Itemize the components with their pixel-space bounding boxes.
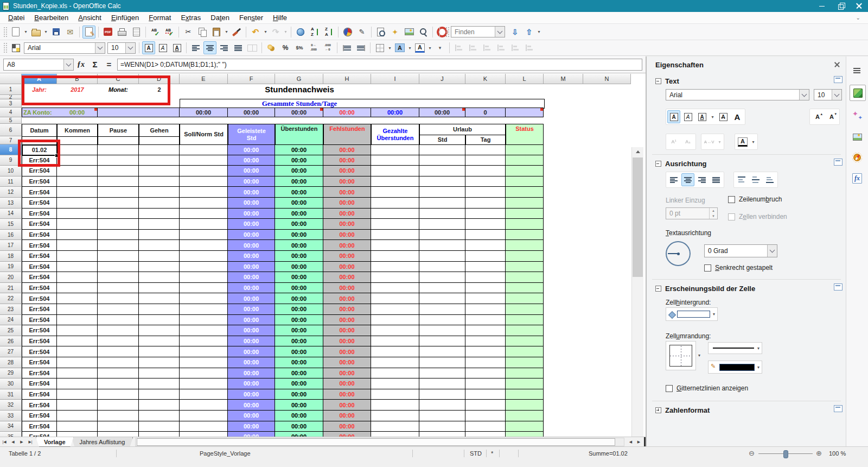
cell-J31[interactable]: [419, 389, 465, 400]
cell-I22[interactable]: [371, 293, 419, 304]
sum-button[interactable]: Σ: [88, 58, 102, 71]
cell-D31[interactable]: [139, 389, 180, 400]
menu-hilfe[interactable]: Hilfe: [268, 12, 292, 23]
cell-G18[interactable]: 00:00: [275, 251, 323, 262]
cell-F33[interactable]: 00:00: [228, 411, 275, 421]
cell-B33[interactable]: [57, 411, 98, 421]
cell-I30[interactable]: [371, 378, 419, 389]
save-button[interactable]: [49, 26, 62, 39]
cell-D21[interactable]: [139, 283, 180, 294]
cell-F13[interactable]: 00:00: [228, 198, 275, 209]
cell-J26[interactable]: [419, 336, 465, 347]
cell-I34[interactable]: [371, 421, 419, 432]
edit-mode-button[interactable]: [82, 26, 95, 39]
cell-C28[interactable]: [98, 357, 139, 368]
cell-G28[interactable]: 00:00: [275, 357, 323, 368]
row-header-9[interactable]: 9: [0, 155, 22, 166]
cell-L18[interactable]: [506, 251, 544, 262]
cell-C11[interactable]: [98, 176, 139, 187]
cell-I35[interactable]: [371, 432, 419, 437]
cell-G11[interactable]: 00:00: [275, 176, 323, 187]
header-ueberstunden[interactable]: Überstunden: [275, 124, 323, 145]
cell-H24[interactable]: 00:00: [323, 315, 371, 326]
cell-C26[interactable]: [98, 336, 139, 347]
cell-J14[interactable]: [419, 209, 465, 219]
cell-B24[interactable]: [57, 315, 98, 326]
row-header-31[interactable]: 31: [0, 389, 22, 400]
cell-K10[interactable]: [465, 166, 506, 176]
background-color-button[interactable]: [393, 41, 406, 54]
number-format-dialog-launcher-icon[interactable]: [834, 405, 843, 412]
align-center-button[interactable]: [203, 41, 216, 54]
cell-E26[interactable]: [180, 336, 228, 347]
zoom-button[interactable]: [417, 26, 430, 39]
cell-C13[interactable]: [98, 198, 139, 209]
toolbar-grip[interactable]: [3, 27, 7, 37]
cell-A24[interactable]: Err:504: [22, 315, 57, 326]
cell-K18[interactable]: [465, 251, 506, 262]
borders-dropdown[interactable]: ▾: [387, 41, 393, 54]
cell-I14[interactable]: [371, 209, 419, 219]
grid-corner-box[interactable]: [0, 74, 22, 84]
cell-J25[interactable]: [419, 325, 465, 336]
cell-B10[interactable]: [57, 166, 98, 176]
cell-L27[interactable]: [506, 346, 544, 357]
row-header-11[interactable]: 11: [0, 176, 22, 187]
find-dropdown[interactable]: [495, 27, 505, 37]
cell-I9[interactable]: [371, 155, 419, 166]
orientation-dial[interactable]: [666, 241, 691, 266]
row-header-34[interactable]: 34: [0, 421, 22, 432]
font-name-combo[interactable]: Arial: [24, 42, 105, 54]
cell-D24[interactable]: [139, 315, 180, 326]
cell-B7[interactable]: [57, 136, 98, 145]
cell-G10[interactable]: 00:00: [275, 166, 323, 176]
zoom-out-button[interactable]: ⊖: [749, 449, 755, 457]
cell-J34[interactable]: [419, 421, 465, 432]
border-line-color-picker[interactable]: ▾: [708, 361, 762, 374]
cell-A27[interactable]: Err:504: [22, 346, 57, 357]
sort-ascending-button[interactable]: [308, 26, 321, 39]
row-header-13[interactable]: 13: [0, 198, 22, 209]
cell-C15[interactable]: [98, 219, 139, 230]
cell-B12[interactable]: [57, 187, 98, 198]
header-geleistete-std[interactable]: Geleistete Std: [228, 124, 275, 145]
cell-D12[interactable]: [139, 187, 180, 198]
align-bottom-button[interactable]: [763, 173, 776, 186]
cell-D25[interactable]: [139, 325, 180, 336]
cell-E4[interactable]: 00:00: [180, 108, 228, 117]
cell-C34[interactable]: [98, 421, 139, 432]
section-number-format[interactable]: Zahlenformat: [655, 406, 710, 414]
cell-B27[interactable]: [57, 346, 98, 357]
cell-B17[interactable]: [57, 240, 98, 251]
cell-J22[interactable]: [419, 293, 465, 304]
cell-I12[interactable]: [371, 187, 419, 198]
name-box[interactable]: A8: [3, 59, 74, 71]
show-draw-functions-button[interactable]: [355, 26, 368, 39]
cell-K19[interactable]: [465, 262, 506, 273]
cell-H25[interactable]: 00:00: [323, 325, 371, 336]
cell-D30[interactable]: [139, 378, 180, 389]
cell-A17[interactable]: Err:504: [22, 240, 57, 251]
cell-D35[interactable]: [139, 432, 180, 437]
cell-L29[interactable]: [506, 368, 544, 379]
format-paintbrush-button[interactable]: [230, 26, 243, 39]
align-center-button[interactable]: [681, 173, 694, 186]
formatting-toolbar-grip[interactable]: [3, 42, 7, 53]
cell-B15[interactable]: [57, 219, 98, 230]
menu-bearbeiten[interactable]: Bearbeiten: [29, 12, 73, 23]
section-cell-appearance[interactable]: Erscheinungsbild der Zelle: [655, 285, 755, 293]
cell-J13[interactable]: [419, 198, 465, 209]
sidebar-font-color-dropdown[interactable]: ▾: [750, 135, 756, 148]
cell-H27[interactable]: 00:00: [323, 346, 371, 357]
cell-G19[interactable]: 00:00: [275, 262, 323, 273]
cell-H10[interactable]: 00:00: [323, 166, 371, 176]
cell-format-button[interactable]: [9, 41, 22, 54]
row-header-22[interactable]: 22: [0, 293, 22, 304]
cell-J32[interactable]: [419, 400, 465, 411]
cell-G12[interactable]: 00:00: [275, 187, 323, 198]
section-alignment[interactable]: Ausrichtung: [655, 160, 707, 168]
cell-J33[interactable]: [419, 411, 465, 421]
cell-A21[interactable]: Err:504: [22, 283, 57, 294]
cell-H35[interactable]: 00:00: [323, 432, 371, 437]
menu-ansicht[interactable]: Ansicht: [73, 12, 106, 23]
